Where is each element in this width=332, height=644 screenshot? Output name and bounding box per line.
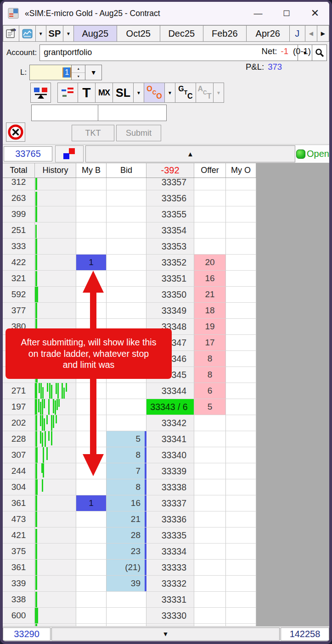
stop-price-input[interactable] bbox=[31, 105, 98, 121]
tab-oct25[interactable]: Oct25 bbox=[117, 25, 160, 42]
header-my-offer[interactable]: My O bbox=[226, 163, 256, 178]
my-offer-cell[interactable] bbox=[226, 319, 256, 335]
bid-cell[interactable] bbox=[107, 287, 146, 303]
my-bid-cell[interactable] bbox=[76, 303, 107, 319]
my-bid-cell[interactable] bbox=[76, 608, 107, 624]
my-offer-cell[interactable] bbox=[226, 222, 256, 239]
bid-cell[interactable] bbox=[107, 351, 146, 367]
my-bid-cell[interactable] bbox=[76, 335, 107, 351]
offer-cell[interactable]: 20 bbox=[194, 255, 226, 271]
bid-cell[interactable] bbox=[107, 239, 146, 255]
my-offer-cell[interactable] bbox=[226, 287, 256, 303]
bid-cell[interactable] bbox=[107, 399, 146, 415]
my-bid-cell[interactable] bbox=[76, 351, 107, 367]
my-offer-cell[interactable] bbox=[226, 383, 256, 399]
my-offer-cell[interactable] bbox=[226, 399, 256, 415]
price-cell[interactable]: 33340 bbox=[146, 447, 194, 463]
price-cell[interactable]: 33341 bbox=[146, 431, 194, 447]
my-bid-cell[interactable] bbox=[76, 527, 107, 544]
bid-cell[interactable]: 39 bbox=[107, 576, 146, 592]
oco-button[interactable]: OCO bbox=[144, 83, 165, 103]
offer-cell[interactable] bbox=[194, 239, 226, 255]
bid-cell[interactable]: 28 bbox=[107, 527, 146, 544]
stop-limit-dropdown-button[interactable]: ▼ bbox=[134, 83, 144, 103]
price-cell[interactable]: 33330 bbox=[146, 608, 194, 624]
bid-cell[interactable] bbox=[107, 335, 146, 351]
my-bid-cell[interactable] bbox=[76, 479, 107, 495]
price-cell[interactable]: 33353 bbox=[146, 239, 194, 255]
my-bid-cell[interactable] bbox=[76, 431, 107, 447]
my-bid-cell[interactable] bbox=[76, 271, 107, 287]
price-cell[interactable]: 33339 bbox=[146, 463, 194, 479]
account-input[interactable] bbox=[39, 44, 298, 61]
my-offer-cell[interactable] bbox=[226, 206, 256, 222]
chart-dropdown-button[interactable]: ▼ bbox=[36, 25, 46, 42]
spin-down-button[interactable]: ▾ bbox=[72, 73, 85, 80]
offer-cell[interactable]: 8 bbox=[194, 367, 226, 383]
my-bid-cell[interactable] bbox=[76, 624, 107, 626]
header-total[interactable]: Total bbox=[3, 163, 35, 178]
my-offer-cell[interactable] bbox=[226, 335, 256, 351]
price-cell[interactable]: 33343 / 6 bbox=[146, 399, 194, 415]
offer-cell[interactable]: 5 bbox=[194, 399, 226, 415]
spin-up-button[interactable]: ▴ bbox=[72, 65, 85, 73]
offer-cell[interactable] bbox=[194, 206, 226, 222]
bid-cell[interactable]: 8 bbox=[107, 447, 146, 463]
my-bid-cell[interactable]: 1 bbox=[76, 255, 107, 271]
offer-cell[interactable] bbox=[194, 592, 226, 608]
my-bid-cell[interactable]: 1 bbox=[76, 495, 107, 511]
offer-cell[interactable] bbox=[194, 431, 226, 447]
tabs-scroll-left-button[interactable]: ◀ bbox=[305, 25, 317, 42]
my-offer-cell[interactable] bbox=[226, 527, 256, 544]
my-bid-cell[interactable] bbox=[76, 560, 107, 576]
price-cell[interactable]: 33329 bbox=[146, 624, 194, 626]
ticket-form-button[interactable] bbox=[3, 25, 19, 42]
oco-dropdown-button[interactable]: ▼ bbox=[165, 83, 175, 103]
act-dropdown-button[interactable]: ▼ bbox=[214, 83, 224, 103]
my-offer-cell[interactable] bbox=[226, 447, 256, 463]
my-bid-cell[interactable] bbox=[76, 222, 107, 239]
price-cell[interactable]: 33336 bbox=[146, 511, 194, 527]
price-cell[interactable]: 33352 bbox=[146, 255, 194, 271]
tab-dec25[interactable]: Dec25 bbox=[160, 25, 203, 42]
price-cell[interactable]: 33344 bbox=[146, 383, 194, 399]
header-my-bid[interactable]: My B bbox=[76, 163, 107, 178]
bid-cell[interactable] bbox=[107, 415, 146, 431]
my-offer-cell[interactable] bbox=[226, 351, 256, 367]
minimize-button[interactable]: — bbox=[244, 4, 272, 23]
bid-cell[interactable] bbox=[107, 319, 146, 335]
price-cell[interactable]: 33338 bbox=[146, 479, 194, 495]
tab-apr26[interactable]: Apr26 bbox=[247, 25, 290, 42]
price-cell[interactable]: 33345 bbox=[146, 367, 194, 383]
bid-cell[interactable] bbox=[107, 303, 146, 319]
my-offer-cell[interactable] bbox=[226, 463, 256, 479]
offer-cell[interactable]: 18 bbox=[194, 303, 226, 319]
my-bid-cell[interactable] bbox=[76, 190, 107, 206]
offer-cell[interactable] bbox=[194, 415, 226, 431]
quantity-field[interactable]: 1 bbox=[29, 65, 72, 80]
bid-cell[interactable] bbox=[107, 190, 146, 206]
my-bid-cell[interactable] bbox=[76, 399, 107, 415]
header-offer[interactable]: Offer bbox=[194, 163, 226, 178]
my-bid-cell[interactable] bbox=[76, 367, 107, 383]
my-offer-cell[interactable] bbox=[226, 239, 256, 255]
bid-cell[interactable]: (21) bbox=[107, 560, 146, 576]
price-cell[interactable]: 33346 bbox=[146, 351, 194, 367]
my-bid-cell[interactable] bbox=[76, 544, 107, 560]
bid-cell[interactable] bbox=[107, 222, 146, 239]
price-cell[interactable]: 33337 bbox=[146, 495, 194, 511]
tabs-scroll-right-button[interactable]: ▶ bbox=[317, 25, 329, 42]
quantity-dropdown-button[interactable]: ▼ bbox=[85, 65, 102, 80]
my-offer-cell[interactable] bbox=[226, 608, 256, 624]
offer-cell[interactable] bbox=[194, 527, 226, 544]
price-cell[interactable]: 33356 bbox=[146, 190, 194, 206]
bid-cell[interactable]: 8 bbox=[107, 479, 146, 495]
price-cell[interactable]: 33333 bbox=[146, 560, 194, 576]
act-button[interactable]: ACT bbox=[196, 83, 214, 103]
bid-cell[interactable]: 21 bbox=[107, 511, 146, 527]
header-price-change[interactable]: -392 bbox=[146, 163, 194, 178]
price-cell[interactable]: 33349 bbox=[146, 303, 194, 319]
bid-cell[interactable]: 7 bbox=[107, 463, 146, 479]
header-bid[interactable]: Bid bbox=[107, 163, 146, 178]
offer-cell[interactable] bbox=[194, 544, 226, 560]
